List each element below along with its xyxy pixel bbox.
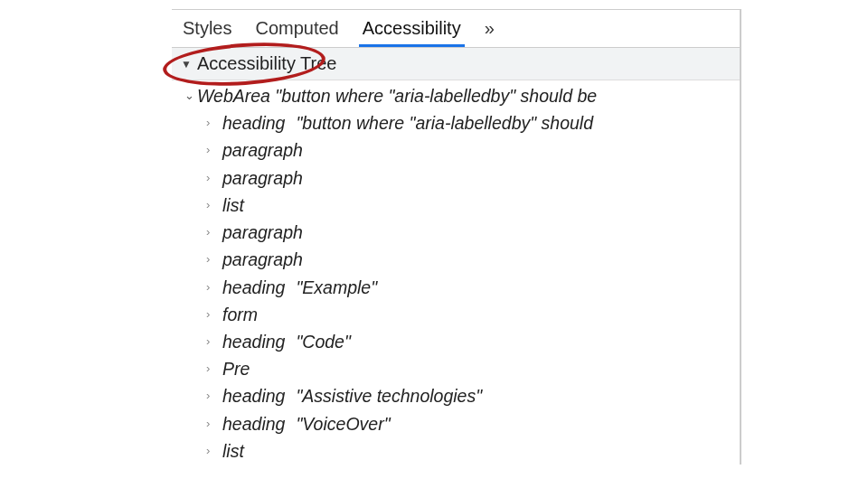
chevron-right-icon: › xyxy=(206,305,217,324)
tree-child-node[interactable]: ›Pre xyxy=(172,355,740,382)
tree-child-node[interactable]: ›paragraph xyxy=(172,246,740,273)
ax-name: "button where "aria-labelledby" should b… xyxy=(275,86,597,106)
styles-sidebar-tabs: Styles Computed Accessibility » xyxy=(172,10,740,48)
chevron-right-icon: › xyxy=(206,250,217,268)
tree-root-node[interactable]: ⌄ WebArea "button where "aria-labelledby… xyxy=(172,82,740,109)
ax-name: "Code" xyxy=(296,328,350,355)
chevron-down-icon: ⌄ xyxy=(184,87,195,105)
chevron-right-icon: › xyxy=(206,223,217,241)
tree-child-node[interactable]: ›paragraph xyxy=(172,164,740,192)
ax-role: paragraph xyxy=(222,246,303,273)
tab-accessibility[interactable]: Accessibility xyxy=(359,11,465,46)
tree-child-node[interactable]: ›form xyxy=(172,301,740,328)
accessibility-tree-section-header[interactable]: ▼ Accessibility Tree xyxy=(172,48,740,80)
chevron-right-icon: › xyxy=(206,360,217,378)
section-title: Accessibility Tree xyxy=(197,53,337,74)
ax-role: list xyxy=(222,437,244,465)
ax-role: paragraph xyxy=(222,219,303,246)
chevron-right-icon: › xyxy=(206,169,217,187)
tree-child-node[interactable]: ›heading "Example" xyxy=(172,274,740,301)
ax-name: "button where "aria-labelledby" should xyxy=(296,109,593,136)
chevron-right-icon: › xyxy=(206,333,217,351)
tree-child-node[interactable]: ›paragraph xyxy=(172,136,740,164)
tree-child-node[interactable]: ›heading "button where "aria-labelledby"… xyxy=(172,109,740,136)
ax-role: WebArea xyxy=(197,86,270,106)
ax-role: heading xyxy=(222,410,285,437)
tree-child-node[interactable]: ›list xyxy=(172,192,740,219)
chevron-right-icon: › xyxy=(206,278,217,296)
ax-role: Pre xyxy=(222,355,250,382)
devtools-accessibility-panel: Styles Computed Accessibility » ▼ Access… xyxy=(172,9,741,465)
tab-styles[interactable]: Styles xyxy=(179,11,235,46)
tree-child-node[interactable]: ›heading "Code" xyxy=(172,328,740,355)
chevron-right-icon: › xyxy=(206,442,217,460)
tree-child-node[interactable]: ›heading "Assistive technologies" xyxy=(172,382,740,409)
ax-name: "VoiceOver" xyxy=(296,410,390,437)
ax-role: heading xyxy=(222,382,285,409)
ax-role: heading xyxy=(222,109,285,136)
tree-child-node[interactable]: ›heading "VoiceOver" xyxy=(172,410,740,437)
accessibility-tree: ⌄ WebArea "button where "aria-labelledby… xyxy=(172,80,740,465)
ax-role: paragraph xyxy=(222,136,303,164)
ax-role: form xyxy=(222,301,258,328)
chevron-right-icon: › xyxy=(206,141,217,159)
tree-child-node[interactable]: ›paragraph xyxy=(172,219,740,246)
ax-role: list xyxy=(222,192,244,219)
tab-overflow-button[interactable]: » xyxy=(481,13,498,44)
chevron-right-icon: › xyxy=(206,387,217,405)
ax-name: "Assistive technologies" xyxy=(296,382,482,409)
ax-role: heading xyxy=(222,328,285,355)
tab-computed[interactable]: Computed xyxy=(251,11,342,46)
chevron-right-icon: › xyxy=(206,114,217,132)
ax-name: "Example" xyxy=(296,274,377,301)
disclosure-triangle-down-icon: ▼ xyxy=(181,58,192,70)
ax-role: heading xyxy=(222,274,285,301)
chevron-right-icon: › xyxy=(206,415,217,433)
chevron-right-icon: › xyxy=(206,196,217,214)
ax-role: paragraph xyxy=(222,164,303,192)
tree-node-label: WebArea "button where "aria-labelledby" … xyxy=(197,82,597,109)
tree-child-node[interactable]: ›list xyxy=(172,437,740,465)
